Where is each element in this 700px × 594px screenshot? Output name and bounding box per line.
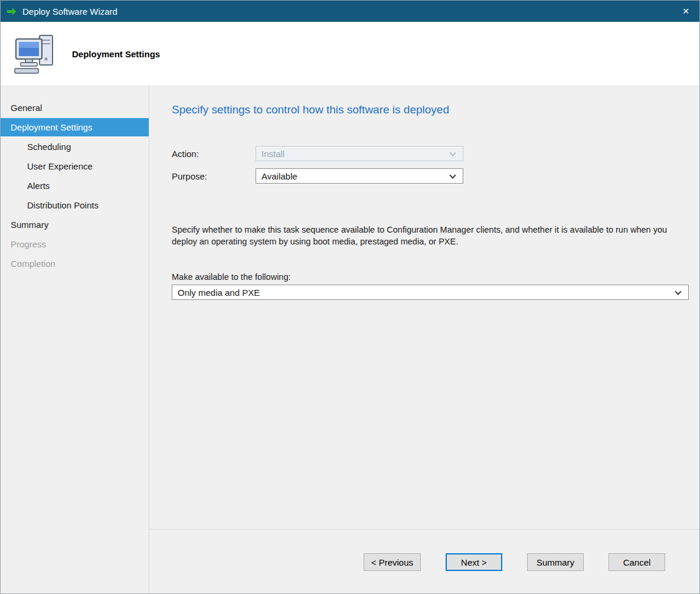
purpose-label: Purpose:: [172, 171, 256, 181]
nav-item-progress: Progress: [1, 235, 149, 253]
page-name: Deployment Settings: [72, 49, 160, 59]
purpose-row: Purpose: Available: [172, 168, 688, 184]
summary-button[interactable]: Summary: [527, 553, 584, 571]
nav-item-summary[interactable]: Summary: [1, 216, 149, 234]
window-title: Deploy Software Wizard: [22, 6, 117, 17]
nav-item-deployment-settings[interactable]: Deployment Settings: [1, 118, 149, 136]
purpose-select[interactable]: Available: [256, 168, 463, 184]
make-available-value: Only media and PXE: [178, 288, 260, 298]
wizard-body: General Deployment Settings Scheduling U…: [1, 86, 699, 593]
make-available-select[interactable]: Only media and PXE: [172, 285, 689, 300]
wizard-header: Deployment Settings: [1, 22, 699, 86]
action-label: Action:: [172, 149, 256, 159]
nav-item-general[interactable]: General: [1, 99, 149, 117]
next-button[interactable]: Next >: [446, 553, 502, 571]
page-description: Specify whether to make this task sequen…: [172, 224, 681, 247]
page-content: Specify settings to control how this sof…: [149, 86, 699, 529]
previous-button[interactable]: < Previous: [364, 553, 421, 571]
wizard-nav: General Deployment Settings Scheduling U…: [1, 86, 149, 593]
cancel-button[interactable]: Cancel: [609, 553, 665, 571]
action-value: Install: [261, 149, 284, 159]
wizard-green-arrow-icon: [6, 6, 17, 17]
nav-item-user-experience[interactable]: User Experience: [1, 157, 149, 175]
chevron-down-icon: [449, 149, 456, 156]
nav-item-distribution-points[interactable]: Distribution Points: [1, 196, 149, 214]
nav-item-scheduling[interactable]: Scheduling: [1, 138, 149, 156]
nav-item-alerts[interactable]: Alerts: [1, 177, 149, 195]
wizard-footer: < Previous Next > Summary Cancel: [149, 529, 699, 593]
make-available-label: Make available to the following:: [172, 272, 688, 282]
page-heading: Specify settings to control how this sof…: [172, 103, 688, 116]
action-select: Install: [256, 146, 463, 161]
nav-item-completion: Completion: [1, 254, 149, 273]
chevron-down-icon: [449, 172, 456, 178]
deploy-software-wizard-window: Deploy Software Wizard × Deployment Sett…: [0, 0, 700, 594]
chevron-down-icon: [675, 288, 681, 295]
purpose-value: Available: [261, 171, 297, 181]
title-bar: Deploy Software Wizard ×: [1, 1, 699, 22]
close-button[interactable]: ×: [672, 1, 699, 22]
action-row: Action: Install: [172, 146, 688, 161]
wizard-main: Specify settings to control how this sof…: [149, 86, 699, 593]
computer-icon: [12, 32, 60, 76]
close-icon: ×: [682, 5, 689, 18]
